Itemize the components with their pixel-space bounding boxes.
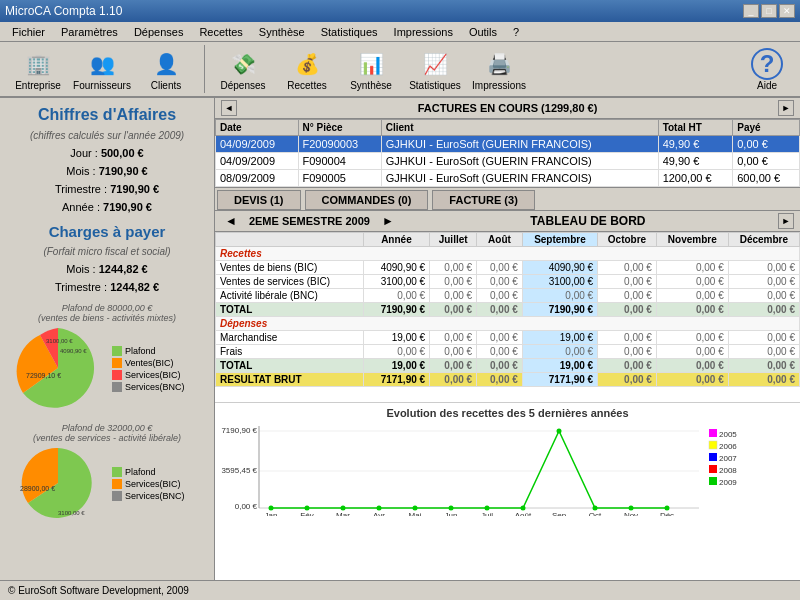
charges-title: Charges à payer (8, 223, 206, 240)
menubar: FichierParamètresDépensesRecettesSynthès… (0, 22, 800, 42)
tdb-row: Marchandise19,00 €0,00 €0,00 €19,00 €0,0… (216, 331, 800, 345)
pie1-chart: 72909,10 € 4090,90 € 3100,00 € (8, 323, 108, 413)
tdb-title: TABLEAU DE BORD (398, 214, 778, 228)
pie1-legend: PlafondVentes(BIC)Services(BIC)Services(… (112, 346, 185, 392)
toolbar-help[interactable]: ?Aide (742, 48, 792, 91)
charges-subtitle: (Forfait micro fiscal et social) (8, 246, 206, 257)
svg-text:0,00 €: 0,00 € (235, 502, 258, 511)
menubar-item-synthèse[interactable]: Synthèse (251, 24, 313, 40)
legend-dot (112, 491, 122, 501)
menubar-item-dépenses[interactable]: Dépenses (126, 24, 192, 40)
pie2-label1: Plafond de 32000,00 € (8, 423, 206, 433)
clients-label: Clients (151, 80, 182, 91)
statistiques-icon: 📈 (419, 48, 451, 80)
pie2-legend: PlafondServices(BIC)Services(BNC) (112, 467, 185, 501)
tab-commandes[interactable]: COMMANDES (0) (305, 190, 429, 210)
close-button[interactable]: ✕ (779, 4, 795, 18)
tdb-row: Activité libérale (BNC)0,00 €0,00 €0,00 … (216, 289, 800, 303)
main-content: Chiffres d'Affaires (chiffres calculés s… (0, 98, 800, 580)
clients-icon: 👤 (150, 48, 182, 80)
factures-row[interactable]: 04/09/2009F090004GJHKUI - EuroSoft (GUER… (216, 153, 800, 170)
svg-point-24 (269, 505, 274, 510)
legend-dot (112, 370, 122, 380)
svg-rect-42 (709, 465, 717, 473)
pie1-label1: Plafond de 80000,00 € (8, 303, 206, 313)
tdb-col-header: Juillet (430, 233, 477, 247)
entreprise-icon: 🏢 (22, 48, 54, 80)
toolbar-item-fournisseurs[interactable]: 👥Fournisseurs (72, 46, 132, 93)
toolbar-item-clients[interactable]: 👤Clients (136, 46, 196, 93)
menubar-item-fichier[interactable]: Fichier (4, 24, 53, 40)
synthese-icon: 📊 (355, 48, 387, 80)
tdb-row: TOTAL7190,90 €0,00 €0,00 €7190,90 €0,00 … (216, 303, 800, 317)
factures-row[interactable]: 04/09/2009F20090003GJHKUI - EuroSoft (GU… (216, 136, 800, 153)
help-icon: ? (751, 48, 783, 80)
tdb-col-header: Novembre (656, 233, 728, 247)
svg-text:28900,00 €: 28900,00 € (20, 485, 55, 492)
svg-point-34 (629, 505, 634, 510)
menubar-item-paramètres[interactable]: Paramètres (53, 24, 126, 40)
tdb-col-header: Septembre (522, 233, 597, 247)
toolbar-item-statistiques[interactable]: 📈Statistiques (405, 46, 465, 93)
right-panel: ◄ FACTURES EN COURS (1299,80 €) ► DateN°… (215, 98, 800, 580)
factures-scroll-right[interactable]: ► (778, 100, 794, 116)
svg-text:72909,10 €: 72909,10 € (26, 372, 61, 379)
tdb-row: Ventes de biens (BIC)4090,90 €0,00 €0,00… (216, 261, 800, 275)
impressions-label: Impressions (472, 80, 526, 91)
factures-scroll-left[interactable]: ◄ (221, 100, 237, 116)
factures-col-header: Date (216, 120, 299, 136)
entreprise-label: Entreprise (15, 80, 61, 91)
tab-devis[interactable]: DEVIS (1) (217, 190, 301, 210)
factures-header: ◄ FACTURES EN COURS (1299,80 €) ► (215, 98, 800, 119)
svg-text:Mar: Mar (336, 511, 350, 516)
svg-text:2006: 2006 (719, 442, 737, 451)
menubar-item-statistiques[interactable]: Statistiques (313, 24, 386, 40)
tabs-row: DEVIS (1)COMMANDES (0)FACTURE (3) (215, 187, 800, 211)
menubar-item-recettes[interactable]: Recettes (191, 24, 250, 40)
tdb-row: Ventes de services (BIC)3100,00 €0,00 €0… (216, 275, 800, 289)
fournisseurs-icon: 👥 (86, 48, 118, 80)
factures-col-header: Client (381, 120, 658, 136)
toolbar-item-entreprise[interactable]: 🏢Entreprise (8, 46, 68, 93)
svg-rect-40 (709, 453, 717, 461)
titlebar-title: MicroCA Compta 1.10 (5, 4, 122, 18)
menubar-item-impressions[interactable]: Impressions (386, 24, 461, 40)
toolbar-item-recettes[interactable]: 💰Recettes (277, 46, 337, 93)
maximize-button[interactable]: □ (761, 4, 777, 18)
tab-facture[interactable]: FACTURE (3) (432, 190, 534, 210)
svg-text:3595,45 €: 3595,45 € (221, 466, 257, 475)
tdb-header: ◄ 2EME SEMESTRE 2009 ► TABLEAU DE BORD ► (215, 211, 800, 232)
tdb-container[interactable]: AnnéeJuilletAoûtSeptembreOctobreNovembre… (215, 232, 800, 402)
minimize-button[interactable]: _ (743, 4, 759, 18)
menubar-item-?[interactable]: ? (505, 24, 527, 40)
tdb-col-header: Octobre (598, 233, 657, 247)
factures-col-header: Payé (733, 120, 800, 136)
ca-title: Chiffres d'Affaires (8, 106, 206, 124)
depenses-label: Dépenses (220, 80, 265, 91)
charges-trimestre: Trimestre : 1244,82 € (8, 281, 206, 293)
tdb-row: Frais0,00 €0,00 €0,00 €0,00 €0,00 €0,00 … (216, 345, 800, 359)
svg-text:Sep: Sep (552, 511, 567, 516)
chart-title: Evolution des recettes des 5 dernières a… (219, 407, 796, 419)
toolbar-item-impressions[interactable]: 🖨️Impressions (469, 46, 529, 93)
svg-point-30 (485, 505, 490, 510)
tdb-next[interactable]: ► (378, 214, 398, 228)
legend-dot (112, 479, 122, 489)
depenses-icon: 💸 (227, 48, 259, 80)
tdb-scroll-right[interactable]: ► (778, 213, 794, 229)
tdb-prev[interactable]: ◄ (221, 214, 241, 228)
synthese-label: Synthèse (350, 80, 392, 91)
toolbar-item-synthese[interactable]: 📊Synthèse (341, 46, 401, 93)
legend-dot (112, 358, 122, 368)
menubar-item-outils[interactable]: Outils (461, 24, 505, 40)
pie-chart-2: Plafond de 32000,00 € (ventes de service… (8, 423, 206, 523)
pie2-legend-item: Services(BIC) (112, 479, 185, 489)
svg-text:Août: Août (515, 511, 532, 516)
ca-annee: Année : 7190,90 € (8, 201, 206, 213)
toolbar-item-depenses[interactable]: 💸Dépenses (213, 46, 273, 93)
svg-text:3100,00 €: 3100,00 € (58, 510, 85, 516)
factures-row[interactable]: 08/09/2009F090005GJHKUI - EuroSoft (GUER… (216, 170, 800, 187)
pie2-chart: 28900,00 € 3100,00 € (8, 443, 108, 523)
svg-text:7190,90 €: 7190,90 € (221, 426, 257, 435)
pie1-legend-item: Services(BIC) (112, 370, 185, 380)
